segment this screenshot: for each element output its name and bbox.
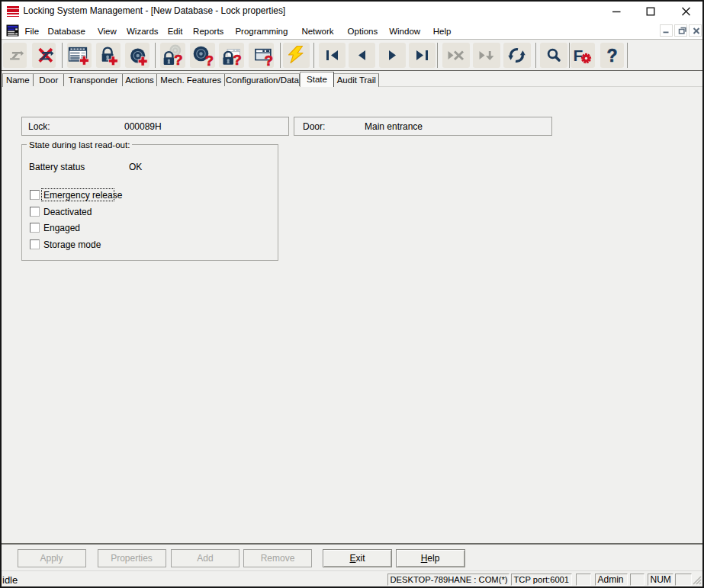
svg-text:?: ? <box>606 46 617 66</box>
svg-text:?: ? <box>264 52 273 67</box>
svg-text:?: ? <box>233 51 243 67</box>
svg-text:F: F <box>574 46 583 63</box>
svg-text:?: ? <box>204 52 214 67</box>
svg-text:?: ? <box>174 51 183 67</box>
